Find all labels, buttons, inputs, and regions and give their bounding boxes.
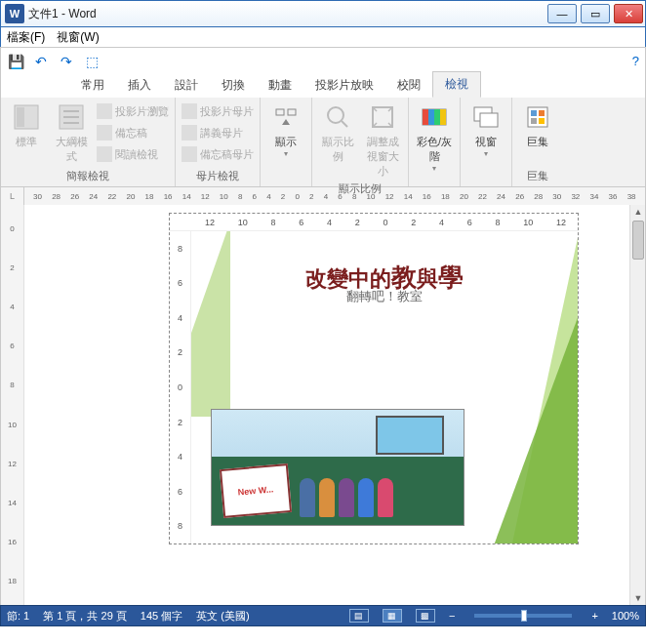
btn-notes-master[interactable]: 備忘稿母片 xyxy=(180,144,256,164)
scroll-up-icon[interactable]: ▲ xyxy=(630,205,646,219)
tab-insert[interactable]: 插入 xyxy=(116,73,163,98)
save-icon[interactable]: 💾 xyxy=(7,53,24,70)
svg-rect-6 xyxy=(276,109,284,115)
btn-color-grayscale[interactable]: 彩色/灰階▾ xyxy=(413,100,456,175)
touch-mode-icon[interactable]: ⬚ xyxy=(83,53,101,70)
window-title: 文件1 - Word xyxy=(28,6,545,22)
quick-access-toolbar: 💾 ↶ ↷ ⬚ ? xyxy=(0,47,646,74)
illust-window xyxy=(376,416,444,455)
chevron-down-icon: ▾ xyxy=(484,149,488,158)
btn-zoom[interactable]: 顯示比例 xyxy=(316,100,359,166)
zoom-out-button[interactable]: − xyxy=(449,610,455,622)
slide-illustration: New W... xyxy=(211,409,464,526)
svg-line-9 xyxy=(342,121,347,127)
group-master-views: 投影片母片 講義母片 備忘稿母片 母片檢視 xyxy=(176,98,261,186)
handout-master-icon xyxy=(182,125,197,141)
zoom-slider-thumb[interactable] xyxy=(521,610,527,622)
vertical-scrollbar[interactable]: ▲ ▼ xyxy=(629,205,645,605)
ruler-corner: L xyxy=(1,187,24,205)
document-area: 024681012141618 12108642024681012 864202… xyxy=(0,205,646,605)
btn-slide-master[interactable]: 投影片母片 xyxy=(180,101,256,121)
ribbon-tabs: 常用 插入 設計 切換 動畫 投影片放映 校閱 檢視 xyxy=(0,74,646,98)
embedded-slide-object[interactable]: 12108642024681012 864202468 改變中的教與學 翻轉吧！… xyxy=(169,213,579,544)
help-icon[interactable]: ? xyxy=(632,54,639,68)
btn-slide-sorter[interactable]: 投影片瀏覽 xyxy=(95,101,171,121)
view-read-mode-icon[interactable]: ▤ xyxy=(349,609,369,623)
close-button[interactable]: ✕ xyxy=(614,4,643,23)
svg-rect-12 xyxy=(423,109,428,125)
btn-normal-view[interactable]: 標準 xyxy=(5,100,48,151)
illust-person xyxy=(319,478,335,517)
svg-point-8 xyxy=(328,107,343,123)
zoom-slider[interactable] xyxy=(474,614,572,618)
app-icon: W xyxy=(5,4,24,23)
menu-window[interactable]: 視窗(W) xyxy=(57,29,99,46)
btn-normal-label: 標準 xyxy=(16,135,37,149)
maximize-button[interactable]: ▭ xyxy=(581,4,610,23)
group-macros: 巨集 巨集 xyxy=(512,98,563,186)
chevron-down-icon: ▾ xyxy=(284,149,288,158)
menu-file[interactable]: 檔案(F) xyxy=(7,29,45,46)
status-bar: 節: 1 第 1 頁，共 29 頁 145 個字 英文 (美國) ▤ ▦ ▩ −… xyxy=(0,605,646,626)
btn-reading-view[interactable]: 閱讀檢視 xyxy=(95,144,171,164)
tab-view[interactable]: 檢視 xyxy=(432,71,481,98)
group-label: 簡報檢視 xyxy=(5,168,171,184)
slide-ruler-v: 864202468 xyxy=(170,231,191,543)
vertical-ruler[interactable]: 024681012141618 xyxy=(1,205,24,605)
zoom-level[interactable]: 100% xyxy=(612,610,639,622)
document-canvas[interactable]: 12108642024681012 864202468 改變中的教與學 翻轉吧！… xyxy=(24,205,629,605)
group-window: 視窗▾ xyxy=(461,98,512,186)
view-web-layout-icon[interactable]: ▩ xyxy=(416,609,435,623)
status-word-count[interactable]: 145 個字 xyxy=(141,609,182,624)
status-page[interactable]: 第 1 頁，共 29 頁 xyxy=(43,609,127,624)
decor-triangle-left xyxy=(191,231,230,417)
scrollbar-thumb[interactable] xyxy=(632,221,644,260)
btn-fit-window[interactable]: 調整成視窗大小 xyxy=(361,100,404,181)
illust-person xyxy=(339,478,354,517)
status-language[interactable]: 英文 (美國) xyxy=(196,609,249,624)
svg-rect-7 xyxy=(288,109,296,115)
tab-slideshow[interactable]: 投影片放映 xyxy=(303,73,385,98)
reading-icon xyxy=(97,146,112,162)
ribbon: 標準 大綱模式 投影片瀏覽 備忘稿 閱讀檢視 簡報檢視 投影片母片 講義母片 備… xyxy=(0,98,646,187)
notes-master-icon xyxy=(182,146,197,162)
slide-content: 改變中的教與學 翻轉吧！教室 New W... xyxy=(191,231,578,543)
chevron-down-icon: ▾ xyxy=(432,164,436,173)
undo-icon[interactable]: ↶ xyxy=(32,53,50,70)
group-color: 彩色/灰階▾ xyxy=(409,98,461,186)
redo-icon[interactable]: ↷ xyxy=(58,53,75,70)
tab-transitions[interactable]: 切換 xyxy=(210,73,257,98)
slide-ruler-h: 12108642024681012 xyxy=(170,214,578,231)
scroll-down-icon[interactable]: ▼ xyxy=(630,591,646,605)
svg-rect-14 xyxy=(434,109,440,125)
btn-show[interactable]: 顯示▾ xyxy=(264,100,307,160)
illust-whiteboard: New W... xyxy=(220,463,292,518)
group-label: 巨集 xyxy=(516,168,559,184)
btn-outline-view[interactable]: 大綱模式 xyxy=(50,100,93,166)
svg-rect-22 xyxy=(539,118,545,124)
btn-window[interactable]: 視窗▾ xyxy=(464,100,507,160)
title-bar: W 文件1 - Word — ▭ ✕ xyxy=(0,0,646,27)
btn-outline-label: 大綱模式 xyxy=(52,135,91,164)
tab-home[interactable]: 常用 xyxy=(69,73,116,98)
btn-handout-master[interactable]: 講義母片 xyxy=(180,123,256,142)
status-section[interactable]: 節: 1 xyxy=(7,609,29,624)
slide-sorter-icon xyxy=(97,103,112,119)
minimize-button[interactable]: — xyxy=(547,4,577,23)
tab-review[interactable]: 校閱 xyxy=(385,73,432,98)
illust-person xyxy=(300,478,315,517)
svg-rect-19 xyxy=(531,110,537,116)
group-show: 顯示▾ xyxy=(261,98,312,186)
group-presentation-views: 標準 大綱模式 投影片瀏覽 備忘稿 閱讀檢視 簡報檢視 xyxy=(1,98,176,186)
notes-icon xyxy=(97,125,112,141)
menu-bar: 檔案(F) 視窗(W) xyxy=(0,27,646,47)
btn-macros[interactable]: 巨集 xyxy=(516,100,559,151)
zoom-in-button[interactable]: + xyxy=(591,610,597,622)
illust-person xyxy=(378,478,393,517)
btn-notes-page[interactable]: 備忘稿 xyxy=(95,123,171,142)
slide-master-icon xyxy=(182,103,197,119)
tab-design[interactable]: 設計 xyxy=(163,73,210,98)
view-print-layout-icon[interactable]: ▦ xyxy=(383,609,402,623)
tab-animations[interactable]: 動畫 xyxy=(257,73,303,98)
illust-person xyxy=(358,478,374,517)
